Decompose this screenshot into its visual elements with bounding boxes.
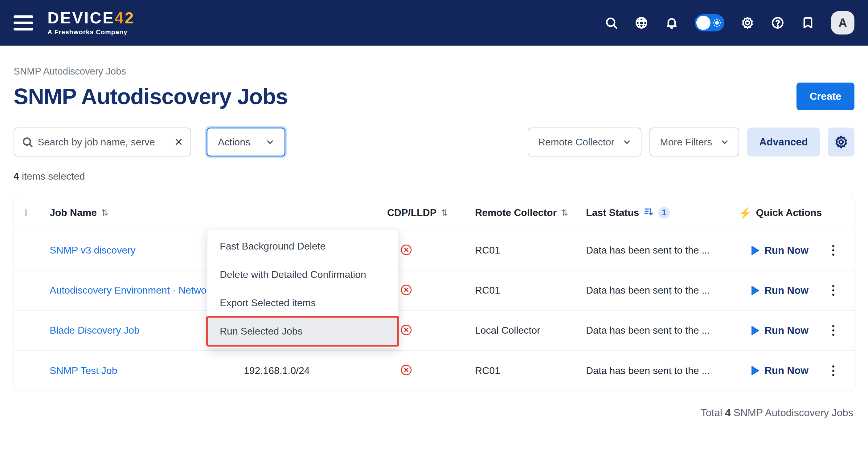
chevron-down-icon: [721, 138, 729, 146]
selection-label: items selected: [19, 171, 85, 182]
last-status-cell: Data has been sent to the ...: [586, 285, 739, 296]
row-menu-kebab-icon[interactable]: [830, 243, 837, 258]
chevron-down-icon: [266, 138, 274, 146]
bookmark-icon[interactable]: [801, 16, 815, 30]
actions-button-label: Actions: [218, 136, 250, 148]
search-input[interactable]: [38, 136, 170, 148]
hamburger-menu-icon[interactable]: [13, 15, 33, 31]
avatar-letter: A: [838, 16, 847, 30]
actions-dropdown-menu: Fast Background Delete Delete with Detai…: [207, 229, 398, 348]
globe-icon[interactable]: [634, 16, 649, 30]
menu-item-export-selected[interactable]: Export Selected items: [208, 289, 398, 317]
play-icon: [751, 326, 760, 335]
search-icon: [22, 136, 33, 148]
column-header-job-name[interactable]: Job Name⇅: [50, 207, 244, 218]
gear-icon: [834, 135, 848, 149]
row-menu-kebab-icon[interactable]: [830, 283, 837, 298]
total-count: 4: [725, 407, 731, 418]
target-range-cell: 192.168.1.0/24: [244, 365, 387, 377]
run-now-button[interactable]: Run Now: [751, 365, 808, 377]
last-status-cell: Data has been sent to the ...: [586, 365, 739, 377]
selection-summary: 4 items selected: [13, 171, 855, 182]
page-content: SNMP Autodiscovery Jobs SNMP Autodiscove…: [0, 66, 868, 419]
chevron-down-icon: [623, 138, 631, 146]
advanced-button[interactable]: Advanced: [747, 128, 820, 157]
remote-collector-filter-label: Remote Collector: [538, 136, 614, 148]
remote-collector-cell: RC01: [475, 245, 586, 256]
select-all-checkbox[interactable]: [25, 209, 27, 216]
table-row: SNMP v3 discovery RC01 Data has been sen…: [14, 230, 854, 270]
logo-tagline: A Freshworks Company: [48, 28, 135, 36]
jobs-table: Job Name⇅ CDP/LLDP⇅ Remote Collector⇅ La…: [13, 195, 855, 391]
theme-toggle[interactable]: [695, 14, 724, 31]
menu-item-delete-with-confirmation[interactable]: Delete with Detailed Confirmation: [208, 260, 398, 289]
run-now-button[interactable]: Run Now: [751, 245, 808, 256]
sort-icon[interactable]: ⇅: [101, 207, 108, 218]
breadcrumb: SNMP Autodiscovery Jobs: [13, 66, 855, 77]
settings-gear-icon[interactable]: [740, 16, 754, 30]
sort-priority-badge: 1: [658, 207, 670, 219]
run-now-button[interactable]: Run Now: [751, 285, 808, 296]
search-box[interactable]: ✕: [13, 128, 191, 157]
page-title: SNMP Autodiscovery Jobs: [13, 84, 287, 109]
menu-item-fast-background-delete[interactable]: Fast Background Delete: [208, 232, 398, 260]
sort-descending-icon[interactable]: [643, 206, 654, 219]
column-header-last-status[interactable]: Last Status 1: [586, 206, 739, 219]
device42-logo[interactable]: DEVICE42 A Freshworks Company: [48, 10, 135, 36]
toolbar: ✕ Actions Remote Collector More Filters …: [13, 128, 855, 157]
table-total-summary: Total 4 SNMP Autodiscovery Jobs: [13, 407, 855, 419]
remote-collector-filter[interactable]: Remote Collector: [528, 128, 642, 157]
last-status-cell: Data has been sent to the ...: [586, 245, 739, 256]
table-settings-button[interactable]: [828, 128, 855, 157]
actions-dropdown-button[interactable]: Actions: [207, 128, 285, 157]
more-filters-dropdown[interactable]: More Filters: [649, 128, 739, 157]
lightning-bolt-icon: ⚡: [739, 207, 751, 219]
cdp-disabled-icon: [400, 244, 412, 256]
clear-search-icon[interactable]: ✕: [175, 136, 183, 148]
logo-text: DEVICE42: [48, 10, 135, 26]
row-menu-kebab-icon[interactable]: [830, 363, 837, 379]
remote-collector-cell: Local Collector: [475, 325, 586, 336]
cdp-disabled-icon: [400, 364, 412, 376]
column-header-quick-actions: ⚡ Quick Actions: [739, 207, 854, 219]
search-icon[interactable]: [604, 16, 618, 30]
column-header-cdp-lldp[interactable]: CDP/LLDP⇅: [387, 207, 475, 218]
play-icon: [751, 246, 760, 255]
help-icon[interactable]: [771, 16, 785, 30]
cdp-disabled-icon: [400, 324, 412, 336]
job-name-link[interactable]: SNMP Test Job: [50, 365, 244, 377]
remote-collector-cell: RC01: [475, 285, 586, 296]
sort-icon[interactable]: ⇅: [441, 207, 448, 218]
remote-collector-cell: RC01: [475, 365, 586, 377]
table-row: SNMP Test Job 192.168.1.0/24 RC01 Data h…: [14, 351, 854, 391]
user-avatar[interactable]: A: [831, 11, 855, 34]
column-header-remote-collector[interactable]: Remote Collector⇅: [475, 207, 586, 218]
table-row: Blade Discovery Job 192.168.42.1-192.168…: [14, 311, 854, 351]
play-icon: [751, 286, 760, 295]
table-row: Autodiscovery Environment - Netwo... 192…: [14, 270, 854, 311]
last-status-cell: Data has been sent to the ...: [586, 325, 739, 336]
more-filters-label: More Filters: [660, 136, 712, 148]
row-menu-kebab-icon[interactable]: [830, 323, 837, 338]
notifications-bell-icon[interactable]: [664, 16, 679, 30]
create-button[interactable]: Create: [797, 83, 855, 110]
selection-count: 4: [13, 171, 19, 182]
cdp-disabled-icon: [400, 284, 412, 296]
run-now-button[interactable]: Run Now: [751, 325, 808, 336]
sun-icon: [712, 18, 722, 28]
play-icon: [751, 366, 760, 376]
sort-icon[interactable]: ⇅: [561, 207, 568, 218]
menu-item-run-selected-jobs[interactable]: Run Selected Jobs: [208, 317, 398, 345]
top-navbar: DEVICE42 A Freshworks Company A: [0, 0, 868, 45]
table-header-row: Job Name⇅ CDP/LLDP⇅ Remote Collector⇅ La…: [14, 195, 854, 230]
toggle-knob-icon: [696, 16, 711, 30]
